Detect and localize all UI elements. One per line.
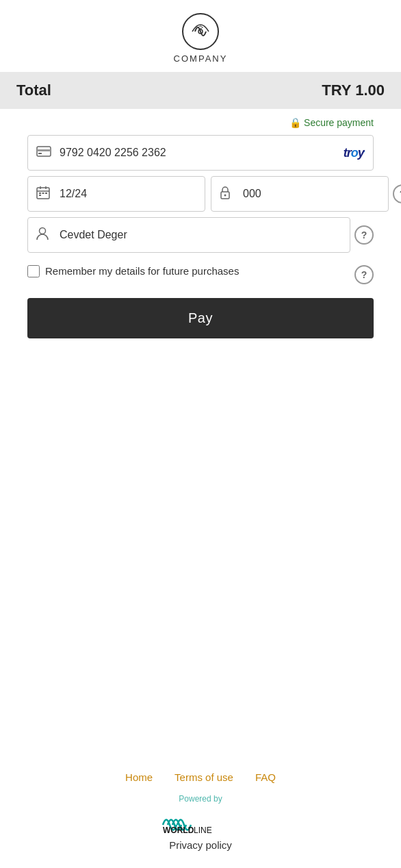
svg-rect-10	[39, 195, 41, 196]
total-bar: Total TRY 1.00	[0, 72, 401, 109]
calendar-icon	[36, 186, 53, 203]
remember-help-button[interactable]: ?	[354, 265, 374, 284]
company-logo	[181, 12, 220, 51]
cvv-input[interactable]	[243, 188, 380, 200]
lock-icon: 🔒	[289, 117, 301, 128]
expiry-cvv-row: ?	[27, 176, 374, 212]
svg-rect-3	[37, 149, 51, 151]
header: COMPANY	[0, 0, 401, 72]
card-number-input[interactable]	[60, 147, 344, 159]
svg-rect-12	[45, 193, 47, 194]
remember-me-row: Remember my details for future purchases…	[27, 264, 374, 284]
expiry-input[interactable]	[60, 188, 196, 200]
cvv-wrapper: ?	[211, 176, 401, 212]
troy-logo: troy.	[344, 146, 365, 160]
footer-terms-link[interactable]: Terms of use	[174, 771, 233, 783]
svg-text:LINE: LINE	[194, 826, 212, 835]
svg-point-14	[224, 194, 227, 196]
card-number-field[interactable]: troy.	[27, 135, 374, 171]
cvv-help-button[interactable]: ?	[393, 184, 401, 203]
main-content: 🔒 Secure payment troy.	[0, 117, 401, 338]
cvv-field[interactable]	[211, 176, 389, 212]
secure-payment-notice: 🔒 Secure payment	[27, 117, 374, 128]
cardholder-wrapper: ?	[27, 217, 374, 253]
svg-point-15	[40, 227, 46, 234]
person-icon	[36, 227, 53, 244]
worldline-logo: WORLD LINE	[0, 808, 401, 835]
footer-links: Home Terms of use FAQ	[0, 771, 401, 783]
footer: Home Terms of use FAQ Powered by WORLD L…	[0, 758, 401, 868]
privacy-policy-link[interactable]: Privacy policy	[169, 839, 232, 851]
remember-checkbox[interactable]	[27, 265, 40, 277]
card-icon	[36, 146, 53, 160]
total-label: Total	[16, 82, 51, 99]
total-amount: TRY 1.00	[322, 82, 385, 99]
cardholder-input[interactable]	[60, 229, 341, 241]
cardholder-help-button[interactable]: ?	[354, 225, 374, 245]
cardholder-field[interactable]	[27, 217, 350, 253]
footer-home-link[interactable]: Home	[125, 771, 153, 783]
svg-rect-4	[38, 153, 42, 154]
pay-button[interactable]: Pay	[27, 298, 374, 338]
expiry-field[interactable]	[27, 176, 205, 212]
secure-payment-text: Secure payment	[304, 117, 374, 128]
footer-faq-link[interactable]: FAQ	[255, 771, 276, 783]
remember-label[interactable]: Remember my details for future purchases	[45, 264, 349, 278]
svg-text:WORLD: WORLD	[163, 826, 194, 835]
company-name: COMPANY	[174, 53, 228, 64]
svg-rect-11	[42, 193, 44, 194]
lock-field-icon	[220, 186, 236, 203]
svg-rect-9	[39, 193, 41, 194]
powered-by-text: Powered by	[0, 794, 401, 804]
